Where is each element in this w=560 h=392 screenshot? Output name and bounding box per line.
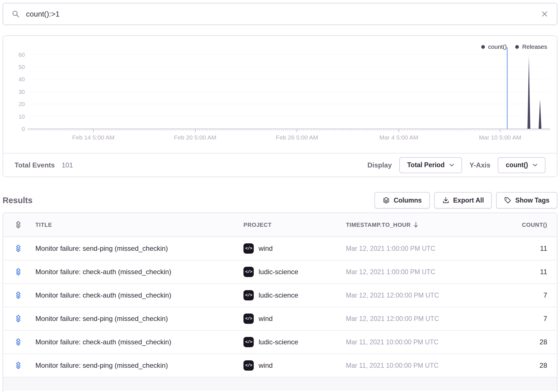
table-row[interactable]: Monitor failure: send-ping (missed_check…	[3, 354, 557, 377]
columns-button[interactable]: Columns	[374, 192, 430, 209]
chart-controls: Display Total Period Y-Axis count()	[367, 157, 545, 173]
gridline	[30, 92, 549, 92]
results-bar: Results Columns Export All	[3, 192, 557, 209]
column-header-timestamp[interactable]: TIMESTAMP.TO_HOUR	[346, 222, 494, 228]
y-axis-label: 30	[19, 89, 25, 95]
gridline	[30, 79, 549, 79]
event-count: 28	[494, 338, 557, 346]
results-title: Results	[3, 196, 33, 205]
results-toolbar: Columns Export All Show Tags	[374, 192, 557, 209]
x-axis-tick	[297, 129, 297, 132]
count-spike	[539, 99, 541, 129]
chevron-down-icon	[449, 163, 454, 167]
event-title[interactable]: Monitor failure: send-ping (missed_check…	[35, 315, 243, 323]
legend-label: Releases	[522, 43, 547, 50]
columns-button-label: Columns	[394, 197, 422, 204]
export-all-button-label: Export All	[453, 197, 484, 204]
event-title[interactable]: Monitor failure: check-auth (missed_chec…	[35, 338, 243, 346]
discover-page: count():>1 count() Releases 010203040506…	[0, 0, 560, 392]
project-cell[interactable]: </> wind	[243, 314, 346, 324]
search-icon	[12, 10, 20, 18]
column-header-title[interactable]: TITLE	[35, 222, 243, 228]
stack-icon	[3, 361, 35, 370]
project-name: wind	[259, 245, 273, 252]
column-header-project[interactable]: PROJECT	[243, 222, 346, 228]
x-axis-tick	[398, 129, 399, 132]
event-count: 7	[494, 291, 557, 299]
x-axis-tick	[93, 129, 94, 132]
project-cell[interactable]: </> ludic-science	[243, 267, 346, 277]
gridline	[30, 54, 549, 55]
event-timestamp: Mar 12, 2021 1:00:00 PM UTC	[346, 245, 494, 252]
column-header-count[interactable]: COUNT()	[494, 222, 557, 228]
release-marker-line[interactable]	[507, 47, 507, 129]
table-row[interactable]: Monitor failure: check-auth (missed_chec…	[3, 284, 557, 307]
event-count: 11	[494, 245, 557, 252]
x-axis-label: Mar 10 5:00 AM	[479, 134, 521, 141]
stack-icon	[3, 314, 35, 323]
platform-code-icon: </>	[243, 314, 254, 324]
search-input[interactable]: count():>1	[26, 10, 535, 19]
event-count: 7	[494, 315, 557, 323]
table-header-row: TITLE PROJECT TIMESTAMP.TO_HOUR COUNT()	[3, 213, 557, 237]
y-axis-label: 60	[19, 52, 25, 58]
gridline	[30, 67, 549, 67]
table-row[interactable]: Monitor failure: send-ping (missed_check…	[3, 237, 557, 260]
yaxis-dropdown-value: count()	[506, 161, 528, 169]
project-cell[interactable]: </> ludic-science	[243, 337, 346, 347]
yaxis-dropdown[interactable]: count()	[498, 157, 545, 173]
y-axis-label: 50	[19, 64, 25, 70]
event-timestamp: Mar 12, 2021 12:00:00 PM UTC	[346, 315, 494, 323]
event-timestamp: Mar 12, 2021 1:00:00 PM UTC	[346, 268, 494, 276]
stack-icon	[3, 221, 35, 229]
sort-desc-icon	[414, 222, 418, 228]
y-axis-label: 20	[19, 101, 25, 108]
download-icon	[442, 197, 450, 204]
chart-footer: Total Events 101 Display Total Period Y-…	[3, 153, 557, 177]
project-name: ludic-science	[259, 268, 298, 276]
legend-item-releases[interactable]: Releases	[515, 43, 547, 50]
table-row[interactable]: Monitor failure: check-auth (missed_chec…	[3, 260, 557, 284]
project-cell[interactable]: </> wind	[243, 360, 346, 371]
total-events-label: Total Events	[15, 161, 55, 169]
display-dropdown-value: Total Period	[407, 161, 445, 169]
table-row[interactable]: Monitor failure: send-ping (missed_check…	[3, 307, 557, 331]
search-bar[interactable]: count():>1	[3, 3, 557, 25]
project-name: wind	[259, 315, 273, 323]
layers-icon	[382, 197, 390, 204]
y-axis-label: 10	[19, 114, 25, 120]
x-axis-label: Mar 4 5:00 AM	[379, 134, 418, 141]
stack-icon	[3, 291, 35, 300]
y-axis-label: 40	[19, 76, 25, 83]
event-count: 28	[494, 361, 557, 369]
chart-panel: count() Releases 0102030405060Feb 14 5:0…	[3, 35, 557, 177]
project-name: ludic-science	[259, 291, 298, 299]
show-tags-button[interactable]: Show Tags	[496, 192, 557, 209]
table-row[interactable]: Monitor failure: check-auth (missed_chec…	[3, 331, 557, 354]
platform-code-icon: </>	[243, 290, 254, 300]
event-timestamp: Mar 11, 2021 10:00:00 PM UTC	[346, 362, 494, 369]
gridline	[30, 116, 549, 117]
platform-code-icon: </>	[243, 243, 254, 254]
project-cell[interactable]: </> wind	[243, 243, 346, 254]
total-events-value: 101	[62, 161, 73, 169]
export-all-button[interactable]: Export All	[434, 192, 492, 209]
y-axis-label: 0	[22, 126, 25, 132]
display-dropdown[interactable]: Total Period	[399, 157, 462, 173]
legend-label: count()	[488, 43, 507, 50]
count-spike	[527, 56, 530, 129]
project-cell[interactable]: </> ludic-science	[243, 290, 346, 300]
x-axis-tick	[195, 129, 196, 132]
event-title[interactable]: Monitor failure: send-ping (missed_check…	[35, 245, 243, 252]
x-axis-label: Feb 14 5:00 AM	[72, 134, 114, 141]
event-count: 11	[494, 268, 557, 276]
event-timestamp: Mar 11, 2021 10:00:00 PM UTC	[346, 338, 494, 346]
table-footer	[3, 377, 557, 391]
event-title[interactable]: Monitor failure: send-ping (missed_check…	[35, 361, 243, 369]
event-title[interactable]: Monitor failure: check-auth (missed_chec…	[35, 268, 243, 276]
stack-icon	[3, 338, 35, 346]
tag-icon	[504, 197, 511, 204]
legend-item-count[interactable]: count()	[481, 43, 507, 50]
event-title[interactable]: Monitor failure: check-auth (missed_chec…	[35, 291, 243, 299]
clear-search-icon[interactable]	[541, 10, 548, 18]
